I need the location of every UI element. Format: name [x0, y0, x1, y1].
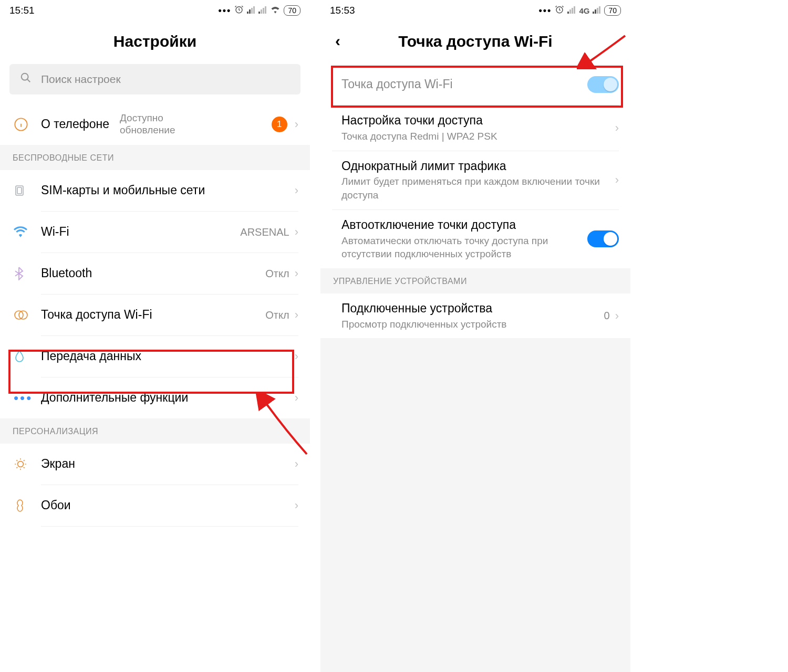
page-title: ‹ Точка доступа Wi-Fi [320, 21, 630, 64]
hotspot-icon [14, 309, 41, 321]
status-right: ••• 4G 70 [539, 5, 621, 17]
more-label: Дополнительные функции [41, 390, 295, 406]
chevron-right-icon: › [615, 173, 619, 187]
status-time: 15:53 [330, 5, 355, 16]
network-4g: 4G [579, 6, 589, 15]
alarm-icon [555, 5, 564, 17]
wifi-icon [270, 5, 281, 16]
wifi-label: Wi-Fi [41, 224, 240, 240]
sim-icon [14, 184, 41, 197]
auto-off-toggle[interactable] [587, 230, 619, 247]
page-title: Настройки [0, 21, 310, 64]
more-functions-row[interactable]: ••• Дополнительные функции › [0, 377, 310, 418]
sim-row[interactable]: SIM-карты и мобильные сети › [0, 170, 310, 211]
hotspot-toggle-row[interactable]: Точка доступа Wi-Fi [320, 64, 630, 105]
more-icon: ••• [219, 5, 232, 16]
water-drop-icon [14, 350, 41, 363]
devices-title: Подключенные устройства [341, 301, 604, 317]
sim-label: SIM-карты и мобильные сети [41, 183, 295, 198]
status-bar: 15:51 ••• 70 [0, 0, 310, 21]
back-button[interactable]: ‹ [335, 32, 340, 50]
limit-title: Однократный лимит трафика [341, 159, 615, 174]
signal-icon [567, 5, 576, 16]
svg-point-1 [22, 74, 28, 80]
chevron-right-icon: › [295, 267, 298, 280]
hotspot-value: Откл [265, 309, 289, 321]
hotspot-toggle[interactable] [587, 76, 619, 93]
search-placeholder: Поиск настроек [41, 73, 121, 86]
battery-indicator: 70 [284, 5, 300, 16]
bluetooth-value: Откл [265, 268, 289, 280]
section-personalization: ПЕРСОНАЛИЗАЦИЯ [0, 418, 310, 444]
search-icon [20, 72, 32, 87]
hotspot-setup-row[interactable]: Настройка точки доступа Точка доступа Re… [320, 106, 630, 151]
limit-sub: Лимит будет применяться при каждом включ… [341, 175, 615, 202]
hotspot-screen: 15:53 ••• 4G 70 ‹ Точка доступа Wi-Fi То… [320, 0, 630, 672]
svg-rect-4 [17, 187, 22, 194]
status-time: 15:51 [9, 5, 35, 16]
chevron-right-icon: › [295, 184, 298, 197]
devices-count: 0 [604, 310, 610, 322]
alarm-icon [234, 5, 244, 17]
sun-icon [14, 457, 41, 471]
display-row[interactable]: Экран › [0, 444, 310, 485]
chevron-right-icon: › [295, 118, 298, 131]
info-icon [14, 117, 41, 132]
connected-devices-row[interactable]: Подключенные устройства Просмотр подключ… [320, 293, 630, 339]
data-label: Передача данных [41, 349, 295, 364]
setup-title: Настройка точки доступа [341, 113, 615, 129]
section-wireless: БЕСПРОВОДНЫЕ СЕТИ [0, 145, 310, 170]
bluetooth-label: Bluetooth [41, 266, 265, 281]
hotspot-row[interactable]: Точка доступа Wi-Fi Откл › [0, 295, 310, 335]
search-input[interactable]: Поиск настроек [9, 64, 300, 94]
about-label: О телефоне [41, 117, 109, 132]
data-usage-row[interactable]: Передача данных › [0, 336, 310, 377]
about-sub2: обновление [120, 124, 175, 136]
chevron-right-icon: › [295, 225, 298, 239]
hotspot-toggle-label: Точка доступа Wi-Fi [341, 77, 587, 92]
status-right: ••• 70 [219, 5, 300, 17]
settings-screen: 15:51 ••• 70 Настройки Поиск настроек [0, 0, 310, 672]
bluetooth-row[interactable]: Bluetooth Откл › [0, 253, 310, 294]
chevron-right-icon: › [615, 121, 619, 135]
chevron-right-icon: › [295, 350, 298, 363]
traffic-limit-row[interactable]: Однократный лимит трафика Лимит будет пр… [320, 151, 630, 209]
update-badge: 1 [272, 117, 287, 132]
status-bar: 15:53 ••• 4G 70 [320, 0, 630, 21]
chevron-right-icon: › [295, 457, 298, 471]
chevron-right-icon: › [295, 499, 298, 512]
svg-point-7 [18, 461, 24, 467]
signal-icon-2 [593, 5, 601, 16]
flower-icon [14, 499, 41, 512]
devices-sub: Просмотр подключенных устройств [341, 318, 604, 331]
wifi-row[interactable]: Wi-Fi ARSENAL › [0, 212, 310, 253]
auto-off-sub: Автоматически отключать точку доступа пр… [341, 234, 587, 261]
about-phone-row[interactable]: О телефоне Доступно обновление 1 › [0, 104, 310, 145]
wifi-icon [14, 226, 41, 238]
wifi-value: ARSENAL [240, 226, 289, 238]
dots-icon: ••• [14, 390, 41, 406]
wallpaper-row[interactable]: Обои › [0, 485, 310, 526]
signal-icon [247, 5, 255, 16]
signal-icon-2 [258, 5, 267, 16]
setup-sub: Точка доступа Redmi | WPA2 PSK [341, 130, 615, 143]
chevron-right-icon: › [295, 391, 298, 405]
battery-indicator: 70 [604, 5, 621, 16]
hotspot-label: Точка доступа Wi-Fi [41, 307, 265, 323]
more-icon: ••• [539, 5, 552, 16]
wallpaper-label: Обои [41, 498, 295, 513]
chevron-right-icon: › [295, 308, 298, 322]
bluetooth-icon [14, 267, 41, 280]
about-sub1: Доступно [120, 112, 175, 124]
auto-off-title: Автоотключение точки доступа [341, 217, 587, 233]
section-devices: УПРАВЛЕНИЕ УСТРОЙСТВАМИ [320, 268, 630, 293]
display-label: Экран [41, 456, 295, 472]
chevron-right-icon: › [615, 309, 619, 323]
auto-off-row[interactable]: Автоотключение точки доступа Автоматичес… [320, 210, 630, 268]
